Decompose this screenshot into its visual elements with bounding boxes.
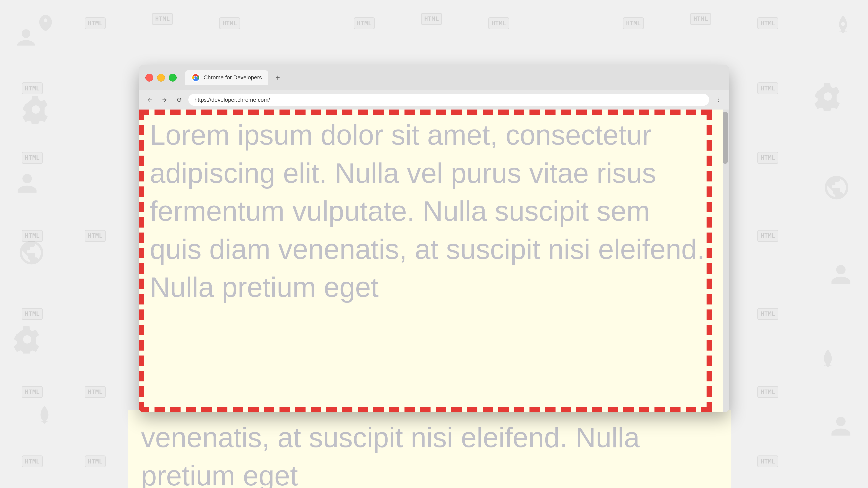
minimize-button[interactable]: [157, 74, 165, 82]
back-button[interactable]: [144, 94, 155, 105]
maximize-button[interactable]: [169, 74, 177, 82]
close-button[interactable]: [145, 74, 153, 82]
rocket2-icon: [831, 13, 855, 37]
settings-icon: [22, 95, 50, 124]
globe2-icon: [823, 173, 850, 202]
page-content: Lorem ipsum dolor sit amet, consectetur …: [139, 109, 729, 412]
title-bar: Chrome for Developers +: [139, 65, 729, 90]
rocket3-icon: [816, 347, 840, 371]
html-badge: HTML: [757, 230, 778, 242]
svg-point-9: [718, 101, 719, 102]
nav-bar: [139, 90, 729, 109]
settings3-icon: [13, 325, 41, 354]
html-badge: HTML: [22, 386, 43, 398]
svg-point-1: [22, 174, 32, 183]
tab-bar: Chrome for Developers +: [185, 70, 283, 85]
scrollbar-track[interactable]: [723, 109, 729, 412]
browser-window: Chrome for Developers + Lorem ipsum dolo…: [139, 65, 729, 412]
traffic-lights: [145, 74, 177, 82]
tab-title: Chrome for Developers: [204, 74, 262, 81]
reload-button[interactable]: [174, 94, 185, 105]
html-badge: HTML: [85, 230, 106, 242]
html-badge: HTML: [85, 455, 106, 467]
svg-point-0: [22, 29, 30, 38]
below-browser-text: venenatis, at suscipit nisi eleifend. Nu…: [128, 410, 731, 488]
svg-point-2: [836, 265, 845, 274]
menu-button[interactable]: [713, 94, 724, 105]
globe-icon: [18, 238, 45, 267]
html-badge: HTML: [757, 386, 778, 398]
html-badge: HTML: [152, 13, 173, 25]
html-badge: HTML: [757, 455, 778, 467]
new-tab-button[interactable]: +: [272, 72, 283, 83]
html-badge: HTML: [22, 455, 43, 467]
svg-point-8: [718, 99, 719, 100]
person-icon: [13, 26, 39, 52]
person3-icon: [827, 260, 855, 289]
person4-icon: [827, 412, 855, 440]
html-badge: HTML: [22, 83, 43, 94]
html-badge: HTML: [219, 18, 240, 29]
html-badge: HTML: [354, 18, 375, 29]
html-badge: HTML: [22, 230, 43, 242]
address-bar[interactable]: [188, 94, 709, 106]
browser-tab[interactable]: Chrome for Developers: [185, 70, 268, 85]
settings2-icon: [814, 83, 842, 110]
person2-icon: [13, 169, 41, 197]
html-badge: HTML: [757, 83, 778, 94]
html-badge: HTML: [85, 386, 106, 398]
html-badge: HTML: [623, 18, 644, 29]
chrome-logo-icon: [191, 73, 200, 82]
html-badge: HTML: [757, 152, 778, 164]
lorem-ipsum-text: Lorem ipsum dolor sit amet, consectetur …: [150, 116, 707, 412]
html-badge: HTML: [757, 18, 778, 29]
html-badge: HTML: [488, 18, 509, 29]
html-badge: HTML: [22, 152, 43, 164]
html-badge: HTML: [757, 308, 778, 320]
rocket4-icon: [33, 403, 56, 427]
html-badge: HTML: [85, 18, 106, 29]
scrollbar-thumb[interactable]: [723, 112, 728, 164]
svg-point-6: [194, 76, 197, 79]
forward-button[interactable]: [159, 94, 170, 105]
rocket-icon: [35, 13, 56, 35]
svg-point-3: [836, 417, 845, 426]
svg-point-7: [718, 98, 719, 98]
html-badge: HTML: [22, 308, 43, 320]
html-badge: HTML: [690, 13, 711, 25]
html-badge: HTML: [421, 13, 442, 25]
